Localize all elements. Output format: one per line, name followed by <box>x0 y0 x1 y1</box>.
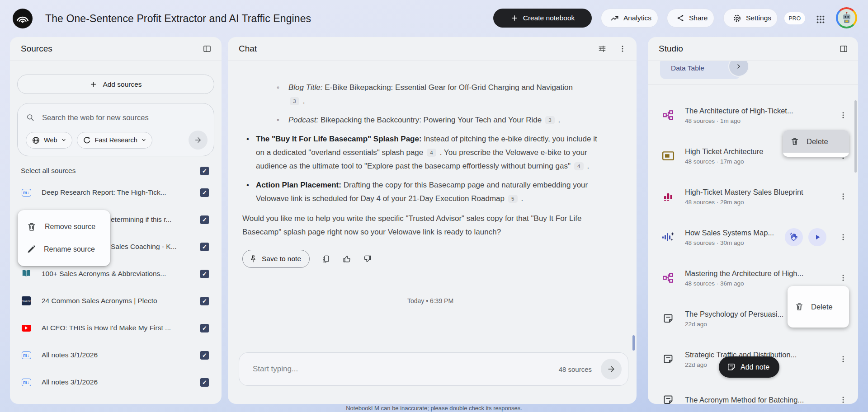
studio-item-more-menu-icon[interactable] <box>837 396 849 404</box>
select-all-checkbox[interactable]: ✓ <box>200 167 209 175</box>
citation-chip[interactable]: 4 <box>427 149 436 157</box>
studio-item-meta: 48 sources · 30m ago <box>685 239 776 246</box>
studio-item-more-menu-icon[interactable] <box>837 274 849 282</box>
search-input[interactable] <box>42 113 208 122</box>
source-checkbox[interactable]: ✓ <box>200 188 209 197</box>
source-checkbox[interactable]: ✓ <box>200 324 209 332</box>
rename-source-menu-item[interactable]: Rename source <box>18 238 110 261</box>
collapse-panel-icon[interactable] <box>839 44 848 53</box>
collapse-panel-icon[interactable] <box>203 44 212 53</box>
chat-paragraph: Would you like me to help you write the … <box>242 212 599 239</box>
studio-scrollbar[interactable] <box>854 100 857 173</box>
source-checkbox[interactable]: ✓ <box>200 378 209 387</box>
search-submit-button[interactable] <box>189 131 208 150</box>
save-to-note-button[interactable]: Save to note <box>242 250 310 268</box>
sources-count-label: 48 sources <box>559 365 592 373</box>
play-audio-button[interactable] <box>808 228 826 246</box>
delete-menu: Delete <box>783 130 849 157</box>
gear-icon <box>733 14 741 23</box>
source-checkbox[interactable]: ✓ <box>200 243 209 251</box>
text-segment: . <box>556 116 560 124</box>
select-all-row: Select all sources ✓ <box>17 163 214 179</box>
studio-item-more-menu-icon[interactable] <box>837 233 849 241</box>
research-mode-chip[interactable]: Fast Research <box>77 132 152 149</box>
web-scope-chip[interactable]: Web <box>26 132 72 149</box>
text-segment: . <box>519 194 523 203</box>
remove-source-menu-item[interactable]: Remove source <box>18 215 110 238</box>
trending-up-icon <box>610 14 619 23</box>
studio-item-meta: 48 sources · 17m ago <box>685 158 828 165</box>
text-segment: E-Bike Bikepacking: Essential Gear for O… <box>322 83 572 92</box>
thumbs-down-icon[interactable] <box>363 254 372 263</box>
source-row[interactable]: PLECTO24 Common Sales Acronyms | Plecto✓ <box>17 287 214 314</box>
citation-chip[interactable]: 4 <box>574 162 584 170</box>
source-title: Sales Coaching - K... <box>111 243 190 251</box>
citation-chip[interactable]: 3 <box>290 97 299 105</box>
settings-button[interactable]: Settings <box>723 9 778 28</box>
copy-icon[interactable] <box>321 254 330 263</box>
trash-icon <box>795 302 804 311</box>
citation-chip[interactable]: 5 <box>508 195 518 203</box>
studio-item-more-menu-icon[interactable] <box>837 192 849 201</box>
chat-more-menu-icon[interactable] <box>618 45 627 53</box>
trash-icon <box>790 137 799 146</box>
sources-panel-title: Sources <box>21 44 52 54</box>
apps-grid-icon[interactable] <box>813 12 828 27</box>
source-title: etermining if this r... <box>111 215 190 224</box>
account-avatar[interactable] <box>836 7 857 28</box>
studio-item-text: Mastering the Architecture of High...48 … <box>685 269 828 287</box>
note-icon <box>727 363 736 371</box>
chat-input[interactable] <box>253 365 559 374</box>
interactive-mode-button[interactable] <box>785 228 803 246</box>
delete-menu-item[interactable]: Delete <box>783 130 849 153</box>
barchart-icon <box>660 191 676 202</box>
studio-item-more-menu-icon[interactable] <box>837 355 849 363</box>
text-segment: Would you like me to help you write the … <box>242 214 581 236</box>
web-search-box: Web Fast Research <box>17 103 214 156</box>
analytics-button[interactable]: Analytics <box>601 9 658 28</box>
source-checkbox[interactable]: ✓ <box>200 297 209 305</box>
studio-item-row[interactable]: The Acronym Method for Batching... <box>648 379 858 404</box>
text-segment: . <box>301 97 305 105</box>
source-checkbox[interactable]: ✓ <box>200 351 209 360</box>
studio-item-row[interactable]: High-Ticket Mastery Sales Blueprint48 so… <box>648 176 858 217</box>
notebooklm-logo-icon[interactable] <box>13 9 33 28</box>
studio-item-more-menu-icon[interactable] <box>837 111 849 119</box>
studio-item-row[interactable]: How Sales Systems Map...48 sources · 30m… <box>648 217 858 258</box>
chat-scrollbar[interactable] <box>632 335 635 351</box>
create-notebook-button[interactable]: Create notebook <box>493 9 592 28</box>
delete-menu: Delete <box>788 286 849 328</box>
studio-item-meta: 48 sources · 29m ago <box>685 199 828 206</box>
note-icon <box>660 313 676 324</box>
studio-item-title: High-Ticket Mastery Sales Blueprint <box>685 188 828 197</box>
add-sources-button[interactable]: Add sources <box>17 75 214 94</box>
source-row[interactable]: AI CEO: THIS is How I'd Make My First ..… <box>17 314 214 342</box>
text-segment: The "Buy It For Life Basecamp" Splash Pa… <box>256 135 422 143</box>
studio-item-text: The Architecture of High-Ticket...48 sou… <box>685 107 828 124</box>
chat-settings-icon[interactable] <box>598 44 607 53</box>
text-segment: Podcast: <box>288 116 318 124</box>
studio-item-row[interactable]: The Architecture of High-Ticket...48 sou… <box>648 95 858 136</box>
source-checkbox[interactable]: ✓ <box>200 215 209 224</box>
trash-icon <box>27 222 37 232</box>
thumbs-up-icon[interactable] <box>342 254 351 263</box>
studio-chips-row: Data Table <box>648 61 858 85</box>
fast-research-icon <box>83 136 91 145</box>
add-note-button[interactable]: Add note <box>719 356 779 378</box>
source-row[interactable]: m↓All notes 3/1/2026✓ <box>17 369 214 396</box>
disclaimer-text: NotebookLM can be inaccurate; please dou… <box>0 405 868 412</box>
chat-input-container: 48 sources <box>239 352 628 386</box>
send-message-button[interactable] <box>601 359 622 379</box>
flowchart-icon <box>660 109 676 121</box>
delete-menu-item[interactable]: Delete <box>788 295 849 318</box>
source-title: Deep Research Report: The High-Tick... <box>42 188 190 197</box>
share-button[interactable]: Share <box>667 9 714 28</box>
source-checkbox[interactable]: ✓ <box>200 270 209 278</box>
pin-icon <box>249 255 257 263</box>
source-row[interactable]: m↓Deep Research Report: The High-Tick...… <box>17 179 214 206</box>
globe-icon <box>32 136 40 145</box>
citation-chip[interactable]: 3 <box>545 116 555 124</box>
source-row[interactable]: m↓All notes 3/1/2026✓ <box>17 342 214 369</box>
plus-icon <box>90 80 97 88</box>
source-title: 100+ Sales Acronyms & Abbreviations... <box>42 270 190 278</box>
